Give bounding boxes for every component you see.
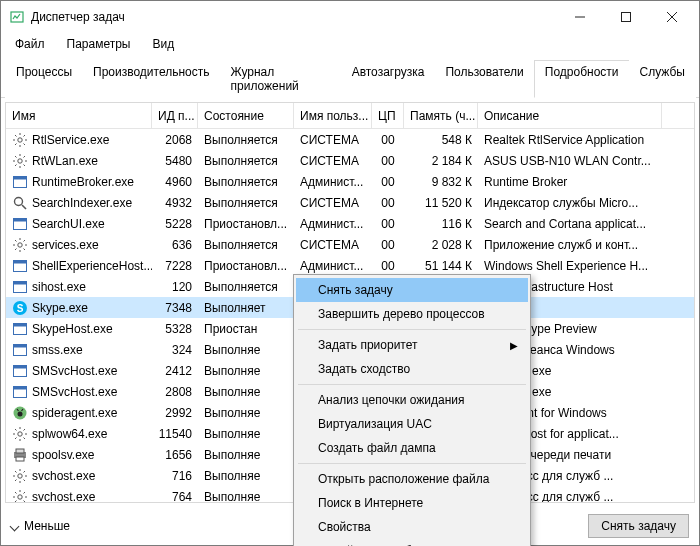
tab-users[interactable]: Пользователи: [434, 60, 534, 98]
ctx-search-online[interactable]: Поиск в Интернете: [296, 491, 528, 515]
ctx-priority-label: Задать приоритет: [318, 338, 417, 352]
process-mem: 11 520 К: [404, 196, 478, 210]
tab-performance[interactable]: Производительность: [82, 60, 220, 98]
process-icon: [12, 384, 28, 400]
process-user: Админист...: [294, 217, 372, 231]
maximize-button[interactable]: [603, 2, 649, 32]
ctx-uac[interactable]: Виртуализация UAC: [296, 412, 528, 436]
process-name: spoolsv.exe: [32, 448, 94, 462]
column-headers: Имя ИД п... Состояние Имя польз... ЦП Па…: [6, 103, 694, 129]
process-name: RtWLan.exe: [32, 154, 98, 168]
svg-point-35: [18, 494, 22, 498]
process-user: СИСТЕМА: [294, 154, 372, 168]
task-manager-window: Диспетчер задач Файл Параметры Вид Проце…: [0, 0, 700, 546]
process-user: СИСТЕМА: [294, 196, 372, 210]
process-pid: 7228: [152, 259, 198, 273]
svg-point-13: [18, 242, 22, 246]
table-row[interactable]: services.exe636ВыполняетсяСИСТЕМА002 028…: [6, 234, 694, 255]
menu-file[interactable]: Файл: [7, 35, 53, 53]
app-icon: [9, 9, 25, 25]
ctx-priority[interactable]: Задать приоритет▶: [296, 333, 528, 357]
process-status: Выполняе: [198, 490, 294, 503]
svg-point-34: [18, 473, 22, 477]
process-icon: [12, 153, 28, 169]
svg-rect-2: [622, 13, 631, 22]
fewer-details-toggle[interactable]: Меньше: [11, 519, 70, 533]
process-cpu: 00: [372, 238, 404, 252]
close-button[interactable]: [649, 2, 695, 32]
col-cpu[interactable]: ЦП: [372, 103, 404, 128]
svg-rect-21: [14, 323, 27, 326]
ctx-wait-chain[interactable]: Анализ цепочки ожидания: [296, 388, 528, 412]
process-name: svchost.exe: [32, 469, 95, 483]
tab-apphistory[interactable]: Журнал приложений: [220, 60, 342, 98]
process-name: SkypeHost.exe: [32, 322, 113, 336]
col-status[interactable]: Состояние: [198, 103, 294, 128]
ctx-open-location[interactable]: Открыть расположение файла: [296, 467, 528, 491]
process-pid: 4932: [152, 196, 198, 210]
process-name: SearchUI.exe: [32, 217, 105, 231]
process-name: RuntimeBroker.exe: [32, 175, 134, 189]
process-cpu: 00: [372, 259, 404, 273]
ctx-goto-services[interactable]: Перейти к службам: [296, 539, 528, 546]
process-name: sihost.exe: [32, 280, 86, 294]
process-mem: 116 К: [404, 217, 478, 231]
process-status: Выполняе: [198, 385, 294, 399]
process-name: RtlService.exe: [32, 133, 109, 147]
process-icon: [12, 132, 28, 148]
col-pid[interactable]: ИД п...: [152, 103, 198, 128]
process-user: СИСТЕМА: [294, 133, 372, 147]
process-status: Выполняе: [198, 406, 294, 420]
process-pid: 120: [152, 280, 198, 294]
svg-text:S: S: [17, 302, 24, 313]
minimize-button[interactable]: [557, 2, 603, 32]
process-status: Приостан: [198, 322, 294, 336]
process-mem: 548 К: [404, 133, 478, 147]
svg-rect-25: [14, 365, 27, 368]
tab-processes[interactable]: Процессы: [5, 60, 83, 98]
process-cpu: 00: [372, 175, 404, 189]
process-desc: Приложение служб и конт...: [478, 238, 662, 252]
process-icon: [12, 426, 28, 442]
window-title: Диспетчер задач: [31, 10, 125, 24]
col-user[interactable]: Имя польз...: [294, 103, 372, 128]
ctx-end-tree[interactable]: Завершить дерево процессов: [296, 302, 528, 326]
table-row[interactable]: SearchUI.exe5228Приостановл...Админист..…: [6, 213, 694, 234]
process-icon: [12, 216, 28, 232]
process-pid: 2808: [152, 385, 198, 399]
svg-rect-17: [14, 281, 27, 284]
process-status: Выполняется: [198, 154, 294, 168]
process-desc: Realtek RtlService Application: [478, 133, 662, 147]
table-row[interactable]: ShellExperienceHost....7228Приостановл..…: [6, 255, 694, 276]
ctx-separator: [298, 463, 526, 464]
menu-view[interactable]: Вид: [144, 35, 182, 53]
svg-point-5: [18, 137, 22, 141]
process-icon: [12, 468, 28, 484]
end-task-button[interactable]: Снять задачу: [588, 514, 689, 538]
ctx-properties[interactable]: Свойства: [296, 515, 528, 539]
tab-details[interactable]: Подробности: [534, 60, 630, 98]
svg-rect-15: [14, 260, 27, 263]
ctx-end-task[interactable]: Снять задачу: [296, 278, 528, 302]
col-description[interactable]: Описание: [478, 103, 662, 128]
table-row[interactable]: RtlService.exe2068ВыполняетсяСИСТЕМА0054…: [6, 129, 694, 150]
process-icon: [12, 342, 28, 358]
col-name[interactable]: Имя: [6, 103, 152, 128]
ctx-dump[interactable]: Создать файл дампа: [296, 436, 528, 460]
process-icon: [12, 447, 28, 463]
col-memory[interactable]: Память (ч...: [404, 103, 478, 128]
table-row[interactable]: RtWLan.exe5480ВыполняетсяСИСТЕМА002 184 …: [6, 150, 694, 171]
tab-services[interactable]: Службы: [629, 60, 696, 98]
svg-rect-27: [14, 386, 27, 389]
menu-options[interactable]: Параметры: [59, 35, 139, 53]
table-row[interactable]: RuntimeBroker.exe4960ВыполняетсяАдминист…: [6, 171, 694, 192]
ctx-separator: [298, 384, 526, 385]
process-pid: 324: [152, 343, 198, 357]
table-row[interactable]: SearchIndexer.exe4932ВыполняетсяСИСТЕМА0…: [6, 192, 694, 213]
context-menu: Снять задачу Завершить дерево процессов …: [293, 274, 531, 546]
process-pid: 5328: [152, 322, 198, 336]
process-cpu: 00: [372, 196, 404, 210]
tab-startup[interactable]: Автозагрузка: [341, 60, 436, 98]
ctx-affinity[interactable]: Задать сходство: [296, 357, 528, 381]
process-name: svchost.exe: [32, 490, 95, 503]
